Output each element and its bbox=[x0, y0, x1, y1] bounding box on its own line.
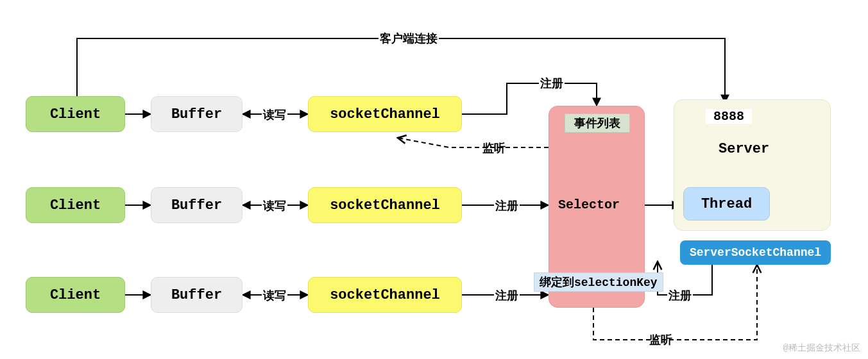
server-socket-channel-box: ServerSocketChannel bbox=[680, 240, 831, 265]
register-ssc-label: 注册 bbox=[667, 288, 693, 303]
client-connection-label: 客户端连接 bbox=[379, 31, 439, 46]
client-label-3: Client bbox=[50, 287, 101, 303]
selector-title: Selector bbox=[558, 197, 620, 212]
listen-bottom-label: 监听 bbox=[648, 332, 674, 347]
server-title: Server bbox=[719, 141, 769, 157]
socketchannel-box-3: socketChannel bbox=[308, 277, 462, 313]
socketchannel-box-1: socketChannel bbox=[308, 96, 462, 132]
event-list-label: 事件列表 bbox=[565, 113, 630, 133]
bind-selectionkey-label: 绑定到selectionKey bbox=[534, 272, 663, 292]
thread-box: Thread bbox=[683, 187, 770, 221]
buffer-box-2: Buffer bbox=[151, 187, 243, 223]
buffer-label-1: Buffer bbox=[171, 106, 222, 122]
server-port: 8888 bbox=[706, 109, 752, 124]
rw-label-2: 读写 bbox=[262, 198, 287, 213]
listen-mid-label: 监听 bbox=[481, 140, 507, 156]
buffer-box-3: Buffer bbox=[151, 277, 243, 313]
client-box-1: Client bbox=[26, 96, 125, 132]
rw-label-3: 读写 bbox=[262, 288, 287, 303]
ssc-label: ServerSocketChannel bbox=[690, 246, 821, 259]
reg-label-2: 注册 bbox=[494, 198, 520, 213]
client-label-2: Client bbox=[50, 197, 101, 213]
socketchannel-label-2: socketChannel bbox=[330, 197, 440, 213]
socketchannel-label-1: socketChannel bbox=[330, 106, 440, 122]
socketchannel-label-3: socketChannel bbox=[330, 287, 440, 303]
client-box-3: Client bbox=[26, 277, 125, 313]
socketchannel-box-2: socketChannel bbox=[308, 187, 462, 223]
buffer-label-3: Buffer bbox=[171, 287, 222, 303]
rw-label-1: 读写 bbox=[262, 107, 287, 122]
reg-label-3: 注册 bbox=[494, 288, 520, 303]
buffer-box-1: Buffer bbox=[151, 96, 243, 132]
thread-label: Thread bbox=[701, 196, 752, 212]
watermark: @稀土掘金技术社区 bbox=[783, 342, 860, 354]
client-label-1: Client bbox=[50, 106, 101, 122]
client-box-2: Client bbox=[26, 187, 125, 223]
buffer-label-2: Buffer bbox=[171, 197, 222, 213]
register-top-label: 注册 bbox=[539, 76, 565, 91]
